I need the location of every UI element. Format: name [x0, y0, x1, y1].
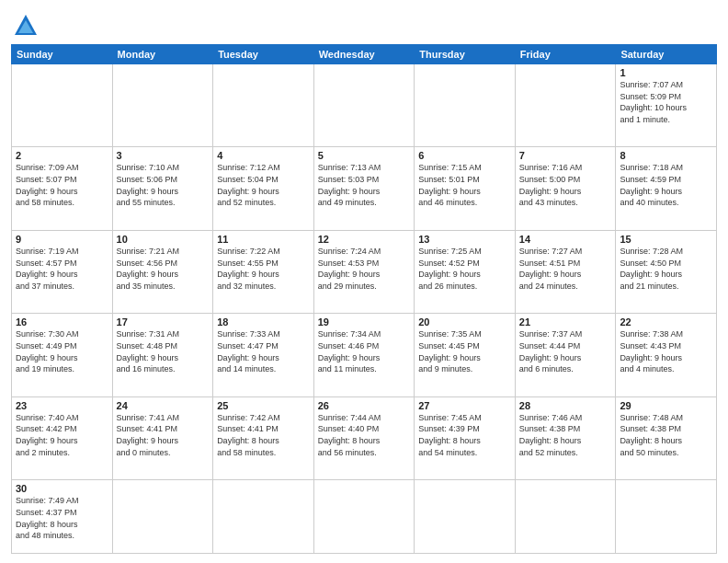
calendar-week-3: 16Sunrise: 7:30 AM Sunset: 4:49 PM Dayli…: [12, 314, 717, 396]
day-info: Sunrise: 7:40 AM Sunset: 4:42 PM Dayligh…: [16, 412, 108, 458]
day-number: 29: [620, 400, 712, 411]
calendar-cell: 27Sunrise: 7:45 AM Sunset: 4:39 PM Dayli…: [415, 396, 516, 479]
day-number: 27: [418, 400, 511, 411]
weekday-wednesday: Wednesday: [313, 45, 415, 64]
day-info: Sunrise: 7:21 AM Sunset: 4:56 PM Dayligh…: [117, 246, 210, 292]
calendar-header: SundayMondayTuesdayWednesdayThursdayFrid…: [12, 45, 717, 64]
calendar-cell: 10Sunrise: 7:21 AM Sunset: 4:56 PM Dayli…: [112, 230, 213, 313]
calendar-cell: [213, 480, 314, 554]
calendar-cell: 22Sunrise: 7:38 AM Sunset: 4:43 PM Dayli…: [616, 314, 717, 396]
day-info: Sunrise: 7:19 AM Sunset: 4:57 PM Dayligh…: [16, 246, 108, 292]
day-info: Sunrise: 7:22 AM Sunset: 4:55 PM Dayligh…: [217, 246, 310, 292]
day-number: 24: [117, 400, 210, 411]
day-number: 7: [519, 150, 612, 161]
day-number: 20: [418, 316, 511, 327]
calendar-cell: 16Sunrise: 7:30 AM Sunset: 4:49 PM Dayli…: [12, 314, 113, 396]
logo-icon: [13, 13, 39, 39]
day-number: 19: [318, 316, 411, 327]
weekday-header-row: SundayMondayTuesdayWednesdayThursdayFrid…: [12, 45, 717, 64]
calendar-cell: [313, 64, 415, 147]
weekday-sunday: Sunday: [12, 45, 113, 64]
day-number: 10: [117, 234, 210, 245]
day-number: 12: [318, 234, 411, 245]
day-number: 28: [519, 400, 612, 411]
calendar-cell: [12, 64, 113, 147]
day-info: Sunrise: 7:16 AM Sunset: 5:00 PM Dayligh…: [519, 162, 612, 208]
calendar-cell: 28Sunrise: 7:46 AM Sunset: 4:38 PM Dayli…: [515, 396, 616, 479]
calendar-cell: 2Sunrise: 7:09 AM Sunset: 5:07 PM Daylig…: [12, 147, 113, 230]
day-info: Sunrise: 7:34 AM Sunset: 4:46 PM Dayligh…: [318, 328, 411, 374]
day-info: Sunrise: 7:42 AM Sunset: 4:41 PM Dayligh…: [217, 412, 310, 458]
calendar-cell: 21Sunrise: 7:37 AM Sunset: 4:44 PM Dayli…: [515, 314, 616, 396]
calendar-cell: 6Sunrise: 7:15 AM Sunset: 5:01 PM Daylig…: [415, 147, 516, 230]
day-number: 25: [217, 400, 310, 411]
calendar-week-1: 2Sunrise: 7:09 AM Sunset: 5:07 PM Daylig…: [12, 147, 717, 230]
day-info: Sunrise: 7:31 AM Sunset: 4:48 PM Dayligh…: [117, 328, 210, 374]
weekday-saturday: Saturday: [616, 45, 717, 64]
calendar-cell: 14Sunrise: 7:27 AM Sunset: 4:51 PM Dayli…: [515, 230, 616, 313]
calendar-cell: 29Sunrise: 7:48 AM Sunset: 4:38 PM Dayli…: [616, 396, 717, 479]
weekday-thursday: Thursday: [415, 45, 516, 64]
calendar-cell: 13Sunrise: 7:25 AM Sunset: 4:52 PM Dayli…: [415, 230, 516, 313]
day-number: 15: [620, 234, 712, 245]
day-info: Sunrise: 7:18 AM Sunset: 4:59 PM Dayligh…: [620, 162, 712, 208]
day-info: Sunrise: 7:45 AM Sunset: 4:39 PM Dayligh…: [418, 412, 511, 458]
calendar-cell: 30Sunrise: 7:49 AM Sunset: 4:37 PM Dayli…: [12, 480, 113, 554]
calendar-cell: [616, 480, 717, 554]
calendar-cell: 26Sunrise: 7:44 AM Sunset: 4:40 PM Dayli…: [313, 396, 415, 479]
day-info: Sunrise: 7:24 AM Sunset: 4:53 PM Dayligh…: [318, 246, 411, 292]
day-info: Sunrise: 7:33 AM Sunset: 4:47 PM Dayligh…: [217, 328, 310, 374]
day-info: Sunrise: 7:41 AM Sunset: 4:41 PM Dayligh…: [117, 412, 210, 458]
calendar-cell: 7Sunrise: 7:16 AM Sunset: 5:00 PM Daylig…: [515, 147, 616, 230]
day-number: 2: [16, 150, 108, 161]
day-info: Sunrise: 7:38 AM Sunset: 4:43 PM Dayligh…: [620, 328, 712, 374]
day-number: 1: [620, 67, 712, 78]
calendar-cell: [515, 480, 616, 554]
day-number: 13: [418, 234, 511, 245]
header: [11, 9, 717, 39]
day-info: Sunrise: 7:07 AM Sunset: 5:09 PM Dayligh…: [620, 79, 712, 125]
day-number: 17: [117, 316, 210, 327]
day-info: Sunrise: 7:46 AM Sunset: 4:38 PM Dayligh…: [519, 412, 612, 458]
calendar-cell: 25Sunrise: 7:42 AM Sunset: 4:41 PM Dayli…: [213, 396, 314, 479]
calendar-cell: [213, 64, 314, 147]
day-info: Sunrise: 7:37 AM Sunset: 4:44 PM Dayligh…: [519, 328, 612, 374]
calendar-cell: [415, 64, 516, 147]
day-info: Sunrise: 7:10 AM Sunset: 5:06 PM Dayligh…: [117, 162, 210, 208]
day-number: 6: [418, 150, 511, 161]
day-number: 16: [16, 316, 108, 327]
day-info: Sunrise: 7:12 AM Sunset: 5:04 PM Dayligh…: [217, 162, 310, 208]
day-number: 4: [217, 150, 310, 161]
calendar-cell: 11Sunrise: 7:22 AM Sunset: 4:55 PM Dayli…: [213, 230, 314, 313]
calendar-cell: 5Sunrise: 7:13 AM Sunset: 5:03 PM Daylig…: [313, 147, 415, 230]
day-info: Sunrise: 7:13 AM Sunset: 5:03 PM Dayligh…: [318, 162, 411, 208]
calendar-cell: 19Sunrise: 7:34 AM Sunset: 4:46 PM Dayli…: [313, 314, 415, 396]
day-info: Sunrise: 7:09 AM Sunset: 5:07 PM Dayligh…: [16, 162, 108, 208]
day-number: 18: [217, 316, 310, 327]
calendar-cell: 20Sunrise: 7:35 AM Sunset: 4:45 PM Dayli…: [415, 314, 516, 396]
day-number: 9: [16, 234, 108, 245]
day-number: 21: [519, 316, 612, 327]
calendar-week-5: 30Sunrise: 7:49 AM Sunset: 4:37 PM Dayli…: [12, 480, 717, 554]
weekday-tuesday: Tuesday: [213, 45, 314, 64]
calendar-cell: 15Sunrise: 7:28 AM Sunset: 4:50 PM Dayli…: [616, 230, 717, 313]
calendar-week-4: 23Sunrise: 7:40 AM Sunset: 4:42 PM Dayli…: [12, 396, 717, 479]
calendar-cell: [313, 480, 415, 554]
calendar-cell: 3Sunrise: 7:10 AM Sunset: 5:06 PM Daylig…: [112, 147, 213, 230]
calendar-cell: [112, 64, 213, 147]
page: SundayMondayTuesdayWednesdayThursdayFrid…: [0, 0, 728, 563]
calendar-week-2: 9Sunrise: 7:19 AM Sunset: 4:57 PM Daylig…: [12, 230, 717, 313]
day-number: 11: [217, 234, 310, 245]
day-info: Sunrise: 7:27 AM Sunset: 4:51 PM Dayligh…: [519, 246, 612, 292]
day-number: 26: [318, 400, 411, 411]
day-number: 30: [16, 483, 108, 494]
calendar-cell: [515, 64, 616, 147]
calendar-cell: 23Sunrise: 7:40 AM Sunset: 4:42 PM Dayli…: [12, 396, 113, 479]
calendar-cell: 12Sunrise: 7:24 AM Sunset: 4:53 PM Dayli…: [313, 230, 415, 313]
day-number: 22: [620, 316, 712, 327]
calendar-week-0: 1Sunrise: 7:07 AM Sunset: 5:09 PM Daylig…: [12, 64, 717, 147]
day-number: 23: [16, 400, 108, 411]
day-info: Sunrise: 7:44 AM Sunset: 4:40 PM Dayligh…: [318, 412, 411, 458]
weekday-friday: Friday: [515, 45, 616, 64]
calendar-cell: 17Sunrise: 7:31 AM Sunset: 4:48 PM Dayli…: [112, 314, 213, 396]
